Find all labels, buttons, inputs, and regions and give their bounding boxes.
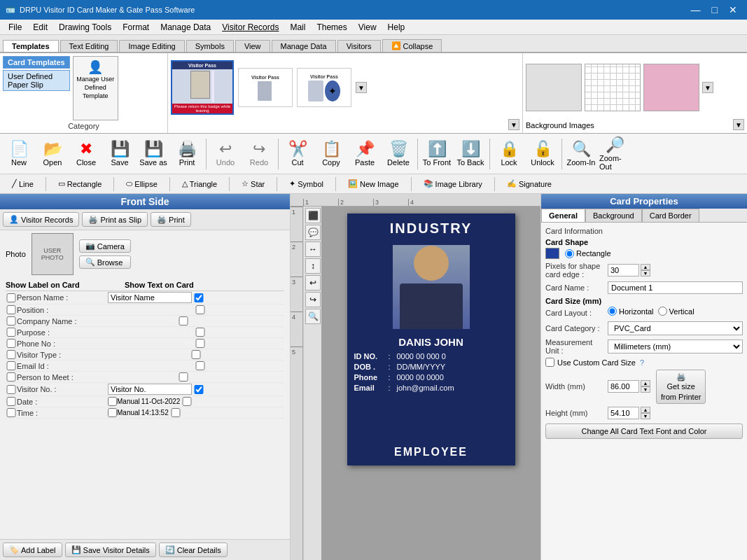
chk-person-name[interactable] [6, 293, 17, 302]
tool-undo[interactable]: ↩ Undo [209, 136, 242, 172]
props-tab-general[interactable]: General [541, 209, 585, 222]
tab-view[interactable]: View [235, 40, 270, 52]
tool-paste[interactable]: 📌 Paste [349, 136, 381, 172]
chk-phone-show[interactable] [195, 339, 206, 348]
chk-person-to-meet[interactable] [6, 372, 17, 382]
print-as-slip-btn[interactable]: 🖨️ Print as Slip [82, 212, 148, 227]
tool-zoom-out[interactable]: 🔎 Zoom-Out [599, 136, 631, 172]
side-tool-7[interactable]: 🔍 [305, 309, 321, 324]
width-input[interactable] [608, 380, 639, 393]
tool-unlock[interactable]: 🔓 Unlock [526, 136, 559, 172]
chk-visitor-type-show[interactable] [190, 350, 202, 359]
height-input[interactable] [608, 407, 639, 419]
template-2[interactable]: Visitor Pass [238, 68, 293, 107]
input-visitor-no[interactable] [108, 384, 192, 395]
tab-text-editing[interactable]: Text Editing [60, 40, 118, 52]
menu-format[interactable]: Format [117, 21, 155, 34]
tool-lock[interactable]: 🔒 Lock [493, 136, 525, 172]
side-tool-4[interactable]: ↕ [305, 258, 321, 274]
bg-thumb-3[interactable] [643, 64, 699, 111]
chk-date[interactable] [6, 397, 17, 406]
pixels-spin-up[interactable]: ▲ [641, 264, 650, 270]
bg-thumb-1[interactable] [526, 64, 582, 111]
props-tab-card-border[interactable]: Card Border [642, 209, 699, 222]
menu-help[interactable]: Help [382, 21, 411, 34]
chk-visitor-name-show[interactable] [193, 293, 204, 302]
get-size-btn[interactable]: 🖨️ Get sizefrom Printer [656, 370, 706, 404]
visitor-records-btn[interactable]: 👤 Visitor Records [3, 212, 79, 227]
browse-btn[interactable]: 🔍 Browse [79, 255, 131, 269]
menu-visitor-records[interactable]: Visitor Records [216, 21, 284, 34]
side-tool-3[interactable]: ↔ [305, 241, 321, 257]
camera-btn[interactable]: 📷 Camera [79, 239, 131, 253]
menu-mail[interactable]: Mail [284, 21, 311, 34]
pixels-input[interactable] [608, 264, 639, 276]
side-tool-2[interactable]: 💬 [305, 225, 321, 240]
shape-rectangle[interactable]: Rectangle [565, 249, 611, 258]
draw-star[interactable]: ☆ Star [235, 177, 271, 190]
bg-thumb-2[interactable] [585, 64, 641, 111]
draw-ellipse[interactable]: ⬭ Ellipse [120, 177, 163, 190]
template-3[interactable]: Visitor Pass ✦ [297, 68, 351, 107]
chk-time-manual[interactable] [108, 408, 117, 417]
tool-redo[interactable]: ↪ Redo [243, 136, 275, 172]
templates-scroll-down[interactable]: ▼ [356, 82, 367, 93]
width-spin-up[interactable]: ▲ [641, 380, 650, 386]
menu-themes[interactable]: Themes [311, 21, 352, 34]
chk-time[interactable] [6, 408, 17, 417]
tool-copy[interactable]: 📋 Copy [315, 136, 347, 172]
width-spin-down[interactable]: ▼ [641, 386, 650, 393]
card-category-select[interactable]: PVC_Card [608, 321, 743, 335]
height-spin-up[interactable]: ▲ [641, 407, 650, 413]
draw-triangle[interactable]: △ Triangle [176, 177, 223, 190]
menu-file[interactable]: File [3, 21, 27, 34]
tab-manage-data[interactable]: Manage Data [272, 40, 336, 52]
maximize-button[interactable]: □ [708, 4, 722, 15]
id-card[interactable]: INDUSTRY DANIS JOHN ID NO [347, 214, 515, 465]
layout-horizontal[interactable]: Horizontal [608, 307, 654, 316]
tool-open[interactable]: 📂 Open [36, 136, 69, 172]
menu-manage-data[interactable]: Manage Data [155, 21, 216, 34]
cat-card-templates[interactable]: Card Templates [3, 56, 70, 69]
props-tab-background[interactable]: Background [585, 209, 642, 222]
chk-email[interactable] [6, 361, 17, 370]
close-button[interactable]: ✕ [725, 4, 741, 15]
clear-details-btn[interactable]: 🔄 Clear Details [159, 542, 228, 557]
side-tool-6[interactable]: ↪ [305, 292, 321, 307]
tool-to-back[interactable]: ⬇️ To Back [454, 136, 487, 172]
tool-close[interactable]: ✖ Close [70, 136, 102, 172]
chk-company-show[interactable] [178, 316, 189, 326]
height-spin-down[interactable]: ▼ [641, 413, 650, 419]
chk-visitor-no-show[interactable] [193, 385, 204, 394]
side-tool-1[interactable]: ⬛ [305, 208, 321, 223]
tool-save[interactable]: 💾 Save [104, 136, 136, 172]
input-visitor-name[interactable] [108, 292, 192, 303]
tool-print[interactable]: 🖨️ Print [171, 136, 203, 172]
save-visitor-details-btn[interactable]: 💾 Save Visitor Details [65, 542, 156, 557]
draw-signature[interactable]: ✍️ Signature [501, 177, 558, 190]
minimize-button[interactable]: — [687, 4, 705, 15]
add-label-btn[interactable]: 🏷️ Add Label [3, 542, 62, 557]
cat-user-defined[interactable]: User DefinedPaper Slip [3, 70, 70, 91]
chk-date-show[interactable] [181, 397, 193, 406]
chk-time-show[interactable] [170, 408, 181, 417]
draw-image-library[interactable]: 📚 Image Library [417, 177, 489, 190]
card-name-input[interactable] [608, 281, 743, 294]
tool-new[interactable]: 📄 New [3, 136, 35, 172]
chk-position[interactable] [6, 305, 17, 314]
bg-scroll-down[interactable]: ▼ [702, 82, 713, 93]
chk-email-show[interactable] [195, 361, 206, 370]
templates-expand[interactable]: ▼ [508, 119, 519, 130]
print-btn[interactable]: 🖨️ Print [151, 212, 191, 227]
chk-purpose[interactable] [6, 328, 17, 337]
chk-company[interactable] [6, 316, 17, 326]
bg-expand[interactable]: ▼ [733, 119, 744, 130]
change-font-btn[interactable]: Change All Card Text Font and Color [545, 424, 743, 439]
tab-visitors[interactable]: Visitors [337, 40, 381, 52]
manage-user-defined-btn[interactable]: 👤 Manage User Defined Template [73, 56, 118, 120]
chk-date-manual[interactable] [108, 397, 117, 406]
draw-rectangle[interactable]: ▭ Rectangle [52, 177, 109, 190]
chk-purpose-show[interactable] [195, 328, 206, 337]
tab-symbols[interactable]: Symbols [186, 40, 234, 52]
canvas-scroll[interactable]: INDUSTRY DANIS JOHN ID NO [321, 206, 540, 560]
